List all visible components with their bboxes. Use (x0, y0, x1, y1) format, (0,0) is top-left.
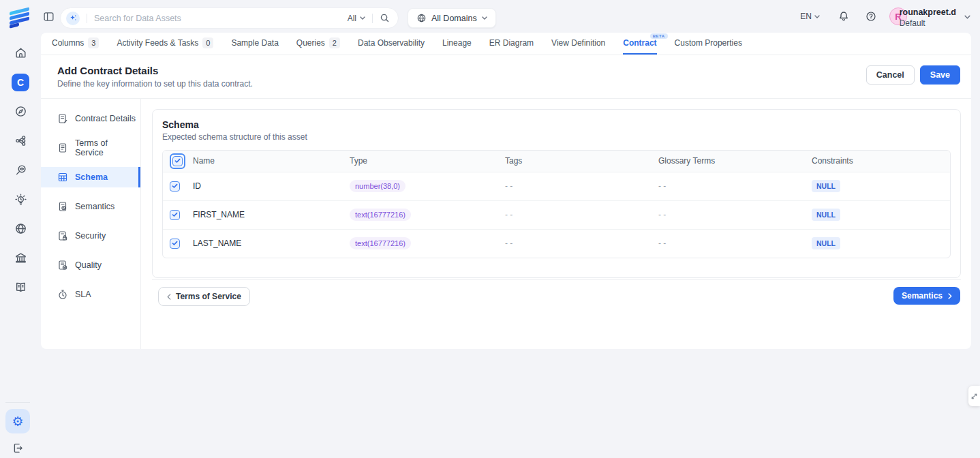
sidebar-item-discover[interactable] (0, 97, 41, 126)
all-domains-dropdown[interactable]: All Domains (408, 8, 496, 28)
panel-toggle-icon[interactable] (43, 11, 55, 22)
chevron-down-icon (814, 15, 820, 18)
cell-name: LAST_NAME (193, 229, 350, 258)
lineage-graph-icon (14, 134, 27, 147)
tab-strip: Columns 3 Activity Feeds & Tasks 0 Sampl… (41, 33, 971, 55)
column-header-name: Name (193, 151, 350, 172)
tab-er-diagram[interactable]: ER Diagram (489, 33, 534, 55)
tab-count-badge: 0 (202, 37, 213, 48)
contract-nav-item-quality[interactable]: Quality (41, 255, 140, 275)
globe-grid-icon (14, 222, 27, 235)
cell-glossary-terms: - - (658, 172, 812, 200)
chevron-down-icon (360, 16, 365, 20)
tab-custom-properties[interactable]: Custom Properties (675, 33, 742, 55)
constraint-badge: NULL (812, 209, 840, 221)
schema-table-row: FIRST_NAME text(16777216) - - - - NULL (163, 200, 950, 229)
sidebar-item-glossary[interactable] (0, 273, 41, 302)
catalog-app-icon: C (12, 74, 29, 91)
app-sidebar: C ⚙ (0, 0, 41, 458)
main-panel: Columns 3 Activity Feeds & Tasks 0 Sampl… (41, 33, 971, 349)
contract-nav-item-security[interactable]: Security (41, 226, 140, 246)
compass-icon (14, 105, 27, 118)
document-list-icon (57, 142, 68, 153)
type-badge: text(16777216) (350, 237, 411, 249)
row-checkbox[interactable] (170, 210, 180, 220)
type-badge: text(16777216) (350, 209, 411, 221)
contract-nav-item-semantics[interactable]: Semantics (41, 196, 140, 217)
ai-sparkle-icon (66, 12, 80, 25)
tab-activity-feeds-tasks[interactable]: Activity Feeds & Tasks 0 (117, 33, 213, 55)
constraint-badge: NULL (812, 180, 840, 192)
help-button[interactable] (866, 11, 876, 22)
schema-card: Schema Expected schema structure of this… (152, 109, 961, 278)
back-terms-of-service-button[interactable]: Terms of Service (158, 287, 250, 306)
chevron-down-icon[interactable] (964, 15, 970, 19)
schema-table: Name Type Tags Glossary Terms Constraint… (162, 150, 951, 258)
sidebar-item-web[interactable] (0, 214, 41, 243)
search-divider (87, 14, 87, 23)
document-edit-icon (57, 113, 68, 124)
brand-logo[interactable] (7, 5, 32, 30)
contract-nav: Contract Details Terms of Service Schema… (41, 99, 141, 349)
sidebar-item-catalog[interactable]: C (0, 67, 41, 97)
stopwatch-icon (57, 289, 68, 300)
sidebar-item-home[interactable] (0, 38, 41, 67)
document-lock-icon (57, 230, 68, 241)
search-scope-dropdown[interactable]: All (348, 14, 365, 23)
schema-subtitle: Expected schema structure of this asset (162, 132, 951, 142)
cell-name: ID (193, 172, 350, 200)
sidebar-item-lineage[interactable] (0, 126, 41, 155)
topbar: All All Domains EN R rounakpreet.d Defau… (41, 0, 980, 33)
search-divider-2 (372, 14, 373, 23)
sidebar-item-search[interactable] (0, 155, 41, 185)
settings-button[interactable]: ⚙ (5, 409, 30, 433)
tab-queries[interactable]: Queries 2 (296, 33, 340, 55)
content-pane: Schema Expected schema structure of this… (141, 99, 971, 349)
sidebar-divider (5, 402, 30, 403)
cell-tags: - - (505, 200, 658, 229)
type-badge: number(38,0) (350, 180, 405, 192)
tab-lineage[interactable]: Lineage (442, 33, 472, 55)
cancel-button[interactable]: Cancel (866, 65, 915, 85)
tab-sample-data[interactable]: Sample Data (231, 33, 278, 55)
contract-nav-item-sla[interactable]: SLA (41, 284, 140, 305)
save-button[interactable]: Save (920, 65, 960, 85)
tab-contract[interactable]: Contract BETA (623, 33, 656, 55)
search-input[interactable] (94, 14, 348, 23)
tab-data-observability[interactable]: Data Observability (358, 33, 425, 55)
select-all-checkbox[interactable] (172, 156, 183, 166)
next-semantics-button[interactable]: Semantics (893, 287, 960, 305)
row-checkbox[interactable] (170, 239, 180, 249)
sidebar-item-governance[interactable] (0, 243, 41, 273)
lightbulb-icon (14, 193, 27, 206)
tab-count-badge: 3 (88, 37, 99, 48)
column-header-glossary-terms: Glossary Terms (658, 151, 812, 172)
language-dropdown[interactable]: EN (800, 12, 820, 21)
logout-button[interactable] (11, 441, 25, 455)
bank-icon (14, 251, 27, 264)
schema-table-header: Name Type Tags Glossary Terms Constraint… (163, 151, 950, 172)
logout-icon (12, 442, 24, 454)
contract-nav-item-contract-details[interactable]: Contract Details (41, 108, 140, 129)
sidebar-item-insights[interactable] (0, 185, 41, 214)
open-book-icon (14, 281, 27, 294)
diagonal-resize-icon (970, 393, 978, 400)
cell-glossary-terms: - - (658, 229, 812, 258)
schema-table-row: ID number(38,0) - - - - NULL (163, 172, 950, 200)
column-header-constraints: Constraints (812, 151, 950, 172)
cell-tags: - - (505, 229, 658, 258)
contract-nav-item-schema[interactable]: Schema (41, 167, 140, 187)
global-search-bar[interactable]: All (60, 7, 399, 29)
user-workspace: Default (900, 18, 956, 29)
tab-view-definition[interactable]: View Definition (551, 33, 605, 55)
contract-nav-item-terms-of-service[interactable]: Terms of Service (41, 138, 140, 158)
search-icon[interactable] (380, 13, 390, 23)
tab-columns[interactable]: Columns 3 (52, 33, 99, 55)
select-all-ring (170, 153, 185, 169)
row-checkbox[interactable] (170, 181, 180, 192)
resize-handle[interactable] (968, 386, 980, 406)
user-menu[interactable]: rounakpreet.d Default (900, 7, 956, 29)
document-clock-icon (57, 201, 68, 212)
tab-count-badge: 2 (329, 37, 340, 48)
notifications-button[interactable] (838, 11, 849, 22)
